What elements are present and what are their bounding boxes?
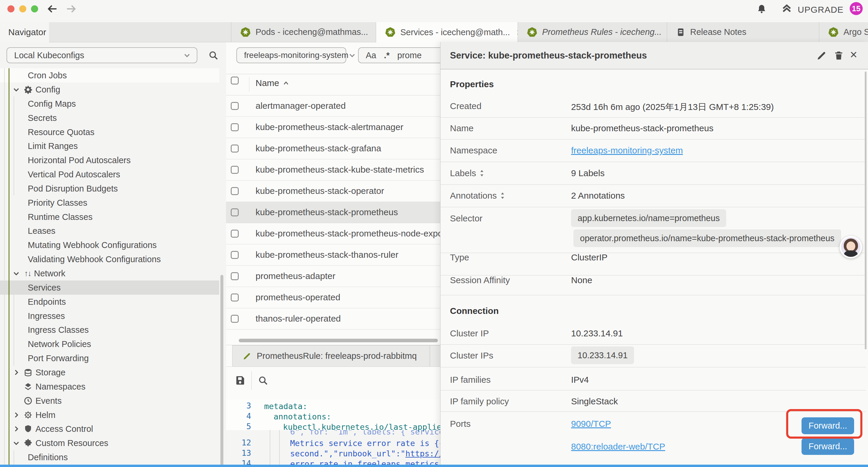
sidebar-item-cron-jobs[interactable]: Cron Jobs xyxy=(0,68,219,83)
annotations-value[interactable]: 2 Annotations xyxy=(571,191,625,201)
sidebar-item-ingresses[interactable]: Ingresses xyxy=(0,309,219,323)
sidebar-item-leases[interactable]: Leases xyxy=(0,224,219,238)
sidebar-item-events[interactable]: Events xyxy=(0,394,219,408)
namespace-label: Namespace xyxy=(450,145,497,155)
sidebar-item-mutating-webhook-configurations[interactable]: Mutating Webhook Configurations xyxy=(0,238,219,252)
chevron-down-icon[interactable] xyxy=(12,269,20,277)
sidebar-item-resource-quotas[interactable]: Resource Quotas xyxy=(0,125,219,139)
sidebar-item-runtime-classes[interactable]: Runtime Classes xyxy=(0,210,219,224)
kubeconfig-selector[interactable]: Local Kubeconfigs xyxy=(6,47,197,63)
sidebar-scrollbar[interactable] xyxy=(220,275,223,467)
row-checkbox[interactable] xyxy=(231,123,239,131)
filter-query[interactable]: prome xyxy=(397,51,422,60)
sidebar-item-endpoints[interactable]: Endpoints xyxy=(0,295,219,309)
sidebar-item-network-policies[interactable]: Network Policies xyxy=(0,337,219,351)
tab-prometheus-rules[interactable]: Prometheus Rules - icecheng... xyxy=(518,22,667,42)
divider xyxy=(440,390,866,390)
sidebar-item-port-forwarding[interactable]: Port Forwarding xyxy=(0,351,219,365)
row-checkbox[interactable] xyxy=(231,251,239,259)
search-icon[interactable] xyxy=(208,50,218,60)
sidebar-item-validating-webhook-configurations[interactable]: Validating Webhook Configurations xyxy=(0,252,219,266)
divider xyxy=(249,78,249,92)
sidebar-group-storage[interactable]: Storage xyxy=(0,365,219,380)
filter-box[interactable]: Aa .* prome xyxy=(358,47,444,63)
sidebar-item-limit-ranges[interactable]: Limit Ranges xyxy=(0,139,219,153)
namespace-selector[interactable]: freeleaps-monitoring-system xyxy=(236,47,346,63)
ip-family-policy-value: SingleStack xyxy=(571,396,618,406)
select-all-checkbox[interactable] xyxy=(231,77,239,85)
column-header-name[interactable]: Name xyxy=(255,78,279,88)
labels-value[interactable]: 9 Labels xyxy=(571,168,604,178)
notifications-bell-icon[interactable] xyxy=(756,3,767,14)
zoom-window-button[interactable] xyxy=(31,5,38,12)
save-icon[interactable] xyxy=(235,375,245,386)
divider xyxy=(440,117,866,118)
tab-release-notes[interactable]: Release Notes xyxy=(667,22,819,42)
layers-icon xyxy=(24,382,32,391)
port-link-8080[interactable]: 8080:reloader-web/TCP xyxy=(571,442,665,451)
tab-services[interactable]: Services - icecheng@math... × xyxy=(376,22,518,42)
chevron-down-icon[interactable] xyxy=(12,439,20,447)
expand-collapse-icon[interactable] xyxy=(479,169,485,177)
sidebar-item-secrets[interactable]: Secrets xyxy=(0,111,219,125)
row-checkbox[interactable] xyxy=(231,315,239,323)
properties-heading: Properties xyxy=(450,79,494,89)
panel-scrollbar[interactable] xyxy=(865,71,867,349)
code-line: second.","runbook_url":"https://net xyxy=(290,448,458,459)
row-checkbox[interactable] xyxy=(231,145,239,152)
row-checkbox[interactable] xyxy=(231,102,239,110)
navigator-panel-tab[interactable]: Navigator xyxy=(0,22,49,42)
sidebar-group-network[interactable]: ↑↓ Network xyxy=(0,266,219,281)
search-icon[interactable] xyxy=(258,375,268,385)
avatar[interactable] xyxy=(840,236,862,258)
tab-pods[interactable]: Pods - icecheng@mathmas... xyxy=(231,22,376,42)
upgrade-icon[interactable] xyxy=(781,4,793,14)
forward-button[interactable]: Forward... xyxy=(802,438,854,455)
editor-tab-prometheusrule[interactable]: PrometheusRule: freeleaps-prod-rabbitmq xyxy=(232,345,430,367)
document-icon xyxy=(676,27,685,37)
sort-ascending-icon[interactable] xyxy=(282,80,290,87)
cluster-ips-chip: 10.233.14.91 xyxy=(571,346,634,364)
minimize-window-button[interactable] xyxy=(19,5,26,12)
regex-toggle[interactable]: .* xyxy=(384,51,390,60)
window-bottom-accent xyxy=(0,465,868,467)
type-value: ClusterIP xyxy=(571,253,608,262)
upgrade-label[interactable]: UPGRADE xyxy=(798,5,843,15)
close-window-button[interactable] xyxy=(7,5,14,12)
expand-collapse-icon[interactable] xyxy=(500,192,505,200)
sidebar-item-priority-classes[interactable]: Priority Classes xyxy=(0,196,219,210)
profile-badge[interactable]: 15 xyxy=(850,2,863,15)
chevron-right-icon[interactable] xyxy=(12,425,20,433)
row-checkbox[interactable] xyxy=(231,208,239,216)
chevron-right-icon[interactable] xyxy=(12,369,20,376)
row-checkbox[interactable] xyxy=(231,293,239,301)
back-icon[interactable] xyxy=(47,3,58,14)
chevron-down-icon[interactable] xyxy=(12,86,20,93)
sidebar-item-horizontal-pod-autoscalers[interactable]: Horizontal Pod Autoscalers xyxy=(0,153,219,167)
delete-trash-icon[interactable] xyxy=(833,50,844,61)
row-checkbox[interactable] xyxy=(231,166,239,174)
sidebar-item-config-maps[interactable]: Config Maps xyxy=(0,97,219,111)
sidebar-item-vertical-pod-autoscalers[interactable]: Vertical Pod Autoscalers xyxy=(0,167,219,181)
sidebar-item-definitions[interactable]: Definitions xyxy=(0,450,219,464)
port-link-9090[interactable]: 9090/TCP xyxy=(571,419,611,429)
namespace-link[interactable]: freeleaps-monitoring-system xyxy=(571,145,683,155)
forward-icon[interactable] xyxy=(66,3,77,14)
close-panel-icon[interactable]: × xyxy=(850,48,857,62)
sidebar-group-access-control[interactable]: Access Control xyxy=(0,422,219,436)
tab-argo[interactable]: Argo Se xyxy=(819,22,868,42)
sidebar-item-services[interactable]: Services xyxy=(0,281,219,295)
sidebar-group-helm[interactable]: Helm xyxy=(0,408,219,422)
row-checkbox[interactable] xyxy=(231,187,239,195)
sidebar-item-pod-disruption-budgets[interactable]: Pod Disruption Budgets xyxy=(0,181,219,196)
chevron-right-icon[interactable] xyxy=(12,411,20,419)
sidebar-group-custom-resources[interactable]: Custom Resources xyxy=(0,436,219,450)
sidebar-item-namespaces[interactable]: Namespaces xyxy=(0,380,219,394)
sidebar-item-ingress-classes[interactable]: Ingress Classes xyxy=(0,323,219,337)
horizontal-scrollbar[interactable] xyxy=(239,339,438,342)
row-checkbox[interactable] xyxy=(231,272,239,280)
edit-pencil-icon[interactable] xyxy=(816,50,827,61)
sidebar-group-config[interactable]: Config xyxy=(0,83,219,97)
row-checkbox[interactable] xyxy=(231,230,239,238)
match-case-toggle[interactable]: Aa xyxy=(366,51,376,60)
